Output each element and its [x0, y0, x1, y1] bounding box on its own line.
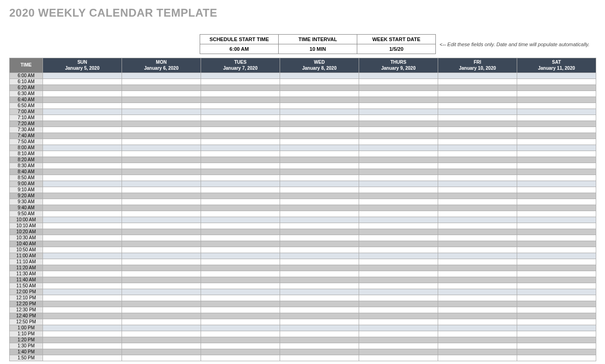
calendar-slot[interactable]: [280, 145, 359, 151]
calendar-slot[interactable]: [359, 313, 438, 319]
calendar-slot[interactable]: [43, 127, 122, 133]
calendar-slot[interactable]: [359, 91, 438, 97]
calendar-slot[interactable]: [122, 271, 201, 277]
calendar-slot[interactable]: [43, 85, 122, 91]
calendar-slot[interactable]: [201, 289, 280, 295]
calendar-slot[interactable]: [122, 331, 201, 337]
calendar-slot[interactable]: [517, 205, 596, 211]
calendar-slot[interactable]: [280, 121, 359, 127]
calendar-slot[interactable]: [359, 259, 438, 265]
calendar-slot[interactable]: [517, 247, 596, 253]
calendar-slot[interactable]: [438, 235, 517, 241]
calendar-slot[interactable]: [122, 73, 201, 79]
calendar-slot[interactable]: [122, 151, 201, 157]
calendar-slot[interactable]: [122, 265, 201, 271]
calendar-slot[interactable]: [359, 157, 438, 163]
calendar-slot[interactable]: [43, 175, 122, 181]
calendar-slot[interactable]: [517, 223, 596, 229]
calendar-slot[interactable]: [438, 241, 517, 247]
calendar-slot[interactable]: [517, 139, 596, 145]
calendar-slot[interactable]: [280, 325, 359, 331]
calendar-slot[interactable]: [280, 175, 359, 181]
calendar-slot[interactable]: [201, 85, 280, 91]
calendar-slot[interactable]: [122, 199, 201, 205]
calendar-slot[interactable]: [517, 217, 596, 223]
calendar-slot[interactable]: [359, 79, 438, 85]
calendar-slot[interactable]: [43, 121, 122, 127]
calendar-slot[interactable]: [122, 253, 201, 259]
calendar-slot[interactable]: [43, 211, 122, 217]
calendar-slot[interactable]: [359, 181, 438, 187]
calendar-slot[interactable]: [122, 175, 201, 181]
calendar-slot[interactable]: [122, 121, 201, 127]
calendar-slot[interactable]: [122, 355, 201, 361]
calendar-slot[interactable]: [43, 115, 122, 121]
calendar-slot[interactable]: [517, 331, 596, 337]
config-value-interval[interactable]: 10 MIN: [279, 44, 357, 54]
calendar-slot[interactable]: [122, 163, 201, 169]
calendar-slot[interactable]: [280, 115, 359, 121]
calendar-slot[interactable]: [438, 103, 517, 109]
calendar-slot[interactable]: [280, 211, 359, 217]
calendar-slot[interactable]: [359, 169, 438, 175]
calendar-slot[interactable]: [201, 115, 280, 121]
calendar-slot[interactable]: [122, 139, 201, 145]
calendar-slot[interactable]: [122, 307, 201, 313]
calendar-slot[interactable]: [517, 271, 596, 277]
calendar-slot[interactable]: [280, 331, 359, 337]
calendar-slot[interactable]: [359, 175, 438, 181]
calendar-slot[interactable]: [43, 235, 122, 241]
calendar-slot[interactable]: [280, 133, 359, 139]
calendar-slot[interactable]: [517, 73, 596, 79]
calendar-slot[interactable]: [438, 139, 517, 145]
calendar-slot[interactable]: [280, 235, 359, 241]
calendar-slot[interactable]: [122, 349, 201, 355]
calendar-slot[interactable]: [43, 247, 122, 253]
calendar-slot[interactable]: [438, 277, 517, 283]
calendar-slot[interactable]: [517, 115, 596, 121]
calendar-slot[interactable]: [201, 247, 280, 253]
calendar-slot[interactable]: [280, 91, 359, 97]
calendar-slot[interactable]: [359, 97, 438, 103]
calendar-slot[interactable]: [280, 193, 359, 199]
calendar-slot[interactable]: [280, 205, 359, 211]
calendar-slot[interactable]: [122, 295, 201, 301]
calendar-slot[interactable]: [201, 331, 280, 337]
calendar-slot[interactable]: [201, 163, 280, 169]
calendar-slot[interactable]: [438, 289, 517, 295]
calendar-slot[interactable]: [280, 169, 359, 175]
calendar-slot[interactable]: [280, 157, 359, 163]
calendar-slot[interactable]: [122, 247, 201, 253]
calendar-slot[interactable]: [43, 337, 122, 343]
calendar-slot[interactable]: [280, 253, 359, 259]
config-value-week-start[interactable]: 1/5/20: [357, 44, 436, 54]
calendar-slot[interactable]: [517, 169, 596, 175]
calendar-slot[interactable]: [280, 265, 359, 271]
calendar-slot[interactable]: [280, 199, 359, 205]
calendar-slot[interactable]: [438, 349, 517, 355]
calendar-slot[interactable]: [122, 277, 201, 283]
calendar-slot[interactable]: [438, 343, 517, 349]
calendar-slot[interactable]: [201, 133, 280, 139]
calendar-slot[interactable]: [43, 271, 122, 277]
calendar-slot[interactable]: [43, 205, 122, 211]
calendar-slot[interactable]: [359, 307, 438, 313]
calendar-slot[interactable]: [517, 151, 596, 157]
calendar-slot[interactable]: [359, 349, 438, 355]
calendar-slot[interactable]: [122, 343, 201, 349]
calendar-slot[interactable]: [122, 301, 201, 307]
calendar-slot[interactable]: [438, 283, 517, 289]
calendar-slot[interactable]: [43, 91, 122, 97]
calendar-slot[interactable]: [122, 223, 201, 229]
calendar-slot[interactable]: [201, 157, 280, 163]
calendar-slot[interactable]: [122, 115, 201, 121]
calendar-slot[interactable]: [122, 91, 201, 97]
calendar-slot[interactable]: [280, 139, 359, 145]
calendar-slot[interactable]: [43, 157, 122, 163]
calendar-slot[interactable]: [201, 217, 280, 223]
calendar-slot[interactable]: [438, 331, 517, 337]
calendar-slot[interactable]: [359, 187, 438, 193]
calendar-slot[interactable]: [517, 211, 596, 217]
calendar-slot[interactable]: [280, 337, 359, 343]
calendar-slot[interactable]: [359, 73, 438, 79]
